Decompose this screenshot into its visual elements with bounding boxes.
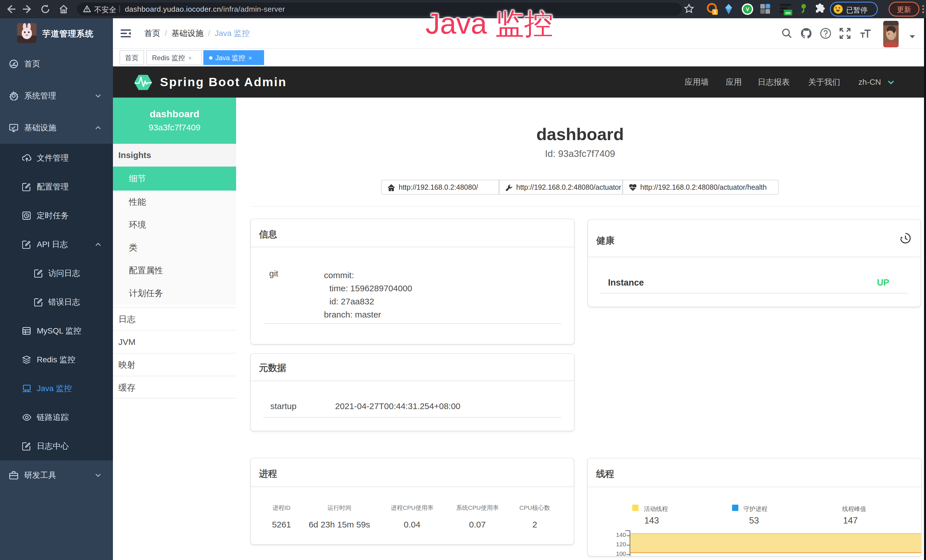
svg-text:V: V bbox=[746, 6, 749, 12]
svg-text:1: 1 bbox=[714, 10, 716, 15]
svg-text:on: on bbox=[785, 10, 791, 15]
